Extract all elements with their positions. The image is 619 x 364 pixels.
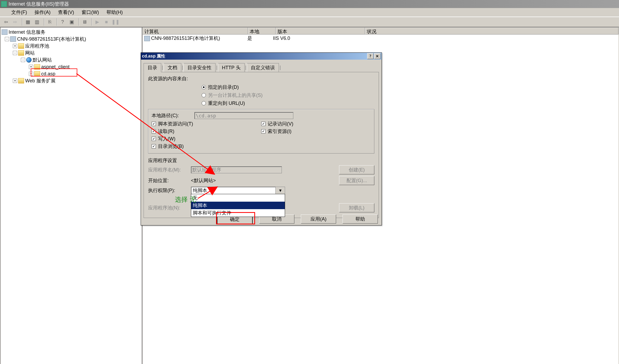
tab-http[interactable]: HTTP 头	[218, 63, 245, 72]
start-value: <默认网站>	[191, 177, 279, 184]
tabs: 目录 | 文档 | 目录安全性 | HTTP 头 | 自定义错误 |	[144, 63, 379, 72]
expander-icon[interactable]: -	[5, 37, 9, 41]
tree-webext-label: Web 服务扩展	[25, 77, 56, 84]
panes-icon[interactable]: ▥	[33, 18, 41, 26]
tree-sites-label: 网站	[25, 49, 35, 56]
menubar: 文件(F) 操作(A) 查看(V) 窗口(W) 帮助(H)	[0, 8, 619, 17]
menu-help[interactable]: 帮助(H)	[106, 9, 123, 16]
perm-option-none[interactable]: 无	[191, 194, 285, 202]
menu-file[interactable]: 文件(F)	[11, 9, 27, 16]
cell-version: IIS V6.0	[273, 36, 360, 41]
radio-share-row: 另一台计算机上的共享(S)	[202, 92, 374, 98]
unload-button: 卸载(L)	[339, 203, 374, 212]
close-button[interactable]: ✕	[374, 53, 380, 59]
apply-button[interactable]: 应用(A)	[301, 214, 336, 224]
tree-sites[interactable]: - 网站	[2, 49, 141, 56]
window-titlebar: Internet 信息服务(IIS)管理器	[0, 0, 619, 8]
folder-icon	[34, 71, 40, 76]
tree-computer[interactable]: - CNN-9887261513F(本地计算机)	[2, 36, 141, 43]
radio-icon[interactable]	[202, 85, 206, 89]
chk-write[interactable]: 写入(W)	[152, 136, 261, 142]
col-version[interactable]: 版本	[276, 28, 365, 35]
computer-icon[interactable]: 🖥	[81, 18, 88, 26]
col-local[interactable]: 本地	[248, 28, 276, 35]
expander-icon[interactable]: +	[29, 72, 33, 76]
chk-read[interactable]: 读取(R)	[152, 128, 261, 135]
tree-cdasp[interactable]: + cd.asp	[2, 70, 141, 77]
tree-webext[interactable]: + Web 服务扩展	[2, 77, 141, 84]
annotation-green-text: 选择 无	[175, 195, 196, 204]
pause-icon[interactable]: ❚❚	[112, 18, 119, 26]
chk-script[interactable]: 脚本资源访问(T)	[152, 121, 261, 127]
views-icon[interactable]: ▦	[24, 18, 32, 26]
tree-aspnet[interactable]: + aspnet_client	[2, 63, 141, 70]
list-row[interactable]: CNN-9887261513F(本地计算机) 是 IIS V6.0	[143, 35, 618, 42]
menu-action[interactable]: 操作(A)	[34, 9, 51, 16]
create-button[interactable]: 创建(E)	[339, 165, 374, 174]
checkbox-icon[interactable]	[152, 129, 156, 133]
perm-value: 纯脚本	[191, 187, 209, 194]
help-button[interactable]: ?	[367, 53, 374, 59]
perm-option-script[interactable]: 纯脚本	[191, 202, 285, 209]
tree-aspnet-label: aspnet_client	[41, 63, 70, 70]
stop-icon[interactable]: ■	[103, 18, 110, 26]
checkbox-icon[interactable]	[261, 129, 266, 133]
app-name-label: 应用程序名(M):	[148, 167, 191, 173]
dialog-titlebar[interactable]: cd.asp 属性 ? ✕	[141, 53, 382, 60]
tree-pane: Internet 信息服务 - CNN-9887261513F(本地计算机) +…	[0, 27, 142, 364]
checkbox-icon[interactable]	[152, 137, 156, 141]
col-computer[interactable]: 计算机	[143, 28, 248, 35]
chevron-down-icon[interactable]: ▾	[275, 187, 285, 194]
perm-option-scriptexe[interactable]: 脚本和可执行文件	[191, 209, 285, 217]
tab-sec[interactable]: 目录安全性	[183, 63, 216, 72]
tab-dir[interactable]: 目录	[144, 63, 161, 72]
col-status[interactable]: 状况	[365, 28, 618, 35]
app-settings-label: 应用程序设置	[148, 157, 374, 164]
expander-icon[interactable]: +	[29, 65, 33, 69]
source-label: 此资源的内容来自:	[148, 75, 374, 82]
checkbox-icon[interactable]	[152, 122, 156, 126]
globe-icon	[26, 57, 32, 63]
path-field[interactable]: \cd.asp	[194, 112, 293, 119]
iis-icon	[2, 29, 7, 35]
radio-redirect-row[interactable]: 重定向到 URL(U)	[202, 100, 374, 106]
tab-err[interactable]: 自定义错误	[247, 63, 279, 72]
checkbox-icon[interactable]	[152, 144, 156, 148]
help-button[interactable]: 帮助	[343, 214, 378, 224]
menu-view[interactable]: 查看(V)	[58, 9, 74, 16]
path-label: 本地路径(C):	[152, 112, 194, 119]
chk-index[interactable]: 索引资源(I)	[261, 128, 371, 135]
chk-log[interactable]: 记录访问(V)	[261, 121, 371, 127]
checkbox-icon[interactable]	[261, 122, 266, 126]
chk-browse[interactable]: 目录浏览(B)	[152, 143, 261, 150]
forward-icon[interactable]: ⇨	[11, 18, 19, 26]
tab-doc[interactable]: 文档	[164, 63, 181, 72]
cell-computer: CNN-9887261513F(本地计算机)	[151, 36, 220, 41]
export-icon[interactable]: ⎘	[46, 18, 53, 26]
computer-icon	[10, 36, 16, 42]
radio-dir-label: 指定的目录(D)	[208, 84, 239, 90]
expander-icon[interactable]: +	[13, 44, 17, 48]
radio-dir-row[interactable]: 指定的目录(D)	[202, 84, 374, 90]
expander-icon[interactable]: +	[13, 79, 17, 83]
help-icon[interactable]: ?	[59, 18, 66, 26]
pool-label: 应用程序池(N):	[148, 205, 191, 211]
app-name-field: 默认应用程序	[191, 166, 282, 173]
radio-redirect-label: 重定向到 URL(U)	[208, 100, 245, 106]
play-icon[interactable]: ▶	[94, 18, 101, 26]
list-header: 计算机 本地 版本 状况	[143, 28, 618, 35]
tree-root[interactable]: Internet 信息服务	[2, 29, 141, 36]
computer-icon	[144, 36, 150, 41]
radio-icon[interactable]	[202, 101, 206, 105]
cell-local: 是	[247, 35, 273, 41]
expander-icon[interactable]: -	[13, 51, 17, 55]
tree-apppool[interactable]: + 应用程序池	[2, 43, 141, 49]
expander-icon[interactable]: -	[21, 58, 25, 62]
start-label: 开始位置:	[148, 177, 191, 184]
back-icon[interactable]: ⇦	[2, 18, 10, 26]
tree-defaultsite[interactable]: - 默认网站	[2, 56, 141, 63]
app-icon	[1, 1, 7, 7]
menu-window[interactable]: 窗口(W)	[82, 9, 99, 16]
perm-combo[interactable]: 纯脚本 ▾ 无 纯脚本 脚本和可执行文件	[191, 187, 285, 194]
run-icon[interactable]: ▣	[68, 18, 75, 26]
